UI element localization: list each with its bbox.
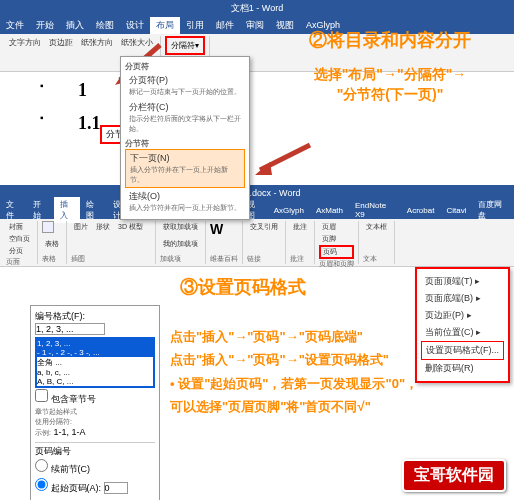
- tab-draw[interactable]: 绘图: [90, 17, 120, 34]
- tab2-baidu[interactable]: 百度网盘: [472, 197, 514, 223]
- tab-mail[interactable]: 邮件: [210, 17, 240, 34]
- lbl-chapstart: 章节起始样式: [35, 407, 155, 417]
- chevron-down-icon: ▾: [195, 41, 199, 50]
- tab2-citavi[interactable]: Citavi: [440, 204, 472, 217]
- btn-footer[interactable]: 页脚: [319, 233, 354, 245]
- tab2-axglyph[interactable]: AxGlyph: [268, 204, 310, 217]
- tab-file[interactable]: 文件: [0, 17, 30, 34]
- lbl-sep: 使用分隔符:: [35, 417, 155, 427]
- tab2-home[interactable]: 开始: [27, 197, 54, 223]
- pm-margin[interactable]: 页边距(P) ▸: [421, 307, 504, 324]
- btn-margins[interactable]: 页边距: [46, 36, 76, 49]
- lbl-numfmt: 编号格式(F):: [35, 311, 85, 321]
- tab-home[interactable]: 开始: [30, 17, 60, 34]
- chk-chapter[interactable]: 包含章节号: [35, 388, 155, 407]
- svg-marker-1: [255, 162, 272, 175]
- section-header: 分节符: [125, 138, 245, 149]
- tabs-bottom: 文件 开始 插入 绘图 设计 布局 引用 邮件 审阅 视图 AxGlyph Ax…: [0, 201, 514, 219]
- inp-numfmt[interactable]: [35, 323, 105, 335]
- watermark: 宝哥软件园: [402, 459, 506, 492]
- tab2-insert[interactable]: 插入: [54, 197, 81, 223]
- tab2-endnote[interactable]: EndNote X9: [349, 199, 401, 221]
- radio-continue[interactable]: 续前节(C): [35, 458, 155, 477]
- tab2-draw[interactable]: 绘图: [80, 197, 107, 223]
- pagenum-menu: 页面顶端(T) ▸ 页面底端(B) ▸ 页边距(P) ▸ 当前位置(C) ▸ 设…: [415, 267, 510, 383]
- tab-design[interactable]: 设计: [120, 17, 150, 34]
- item-page-break[interactable]: 分页符(P)标记一页结束与下一页开始的位置。: [125, 72, 245, 99]
- item-next-page[interactable]: 下一页(N)插入分节符并在下一页上开始新节。: [125, 149, 245, 188]
- btn-text-dir[interactable]: 文字方向: [6, 36, 44, 49]
- btn-comment[interactable]: 批注: [290, 221, 310, 233]
- arrow-2: [250, 140, 320, 180]
- btn-textbox[interactable]: 文本框: [363, 221, 390, 233]
- ribbon-bottom: 封面空白页分页页面 表格表格 图片形状3D 模型插图 获取加载项我的加载项加载项…: [0, 219, 514, 267]
- table-icon[interactable]: [42, 221, 54, 233]
- pm-bottom[interactable]: 页面底端(B) ▸: [421, 290, 504, 307]
- tab-ref[interactable]: 引用: [180, 17, 210, 34]
- btn-pagebreak[interactable]: 分页: [6, 245, 33, 257]
- item-column-break[interactable]: 分栏符(C)指示分栏符后面的文字将从下一栏开始。: [125, 99, 245, 136]
- btn-myaddins[interactable]: 我的加载项: [160, 238, 201, 250]
- tab-layout[interactable]: 布局: [150, 17, 180, 34]
- btn-pic[interactable]: 图片: [71, 221, 91, 233]
- btn-blank[interactable]: 空白页: [6, 233, 33, 245]
- btn-smartart[interactable]: 3D 模型: [115, 221, 146, 233]
- pm-current[interactable]: 当前位置(C) ▸: [421, 324, 504, 341]
- titlebar-top: 文档1 - Word: [0, 0, 514, 16]
- tab-insert[interactable]: 插入: [60, 17, 90, 34]
- annotation-2: ②将目录和内容分开 选择"布局"→"分隔符"→ "分节符(下一页)": [270, 28, 510, 104]
- pm-remove[interactable]: 删除页码(R): [421, 360, 504, 377]
- fmt-dropdown-open[interactable]: 1, 2, 3, ... - 1 -, - 2 -, - 3 -, ... 全角…: [35, 337, 155, 388]
- pm-top[interactable]: 页面顶端(T) ▸: [421, 273, 504, 290]
- inp-startat[interactable]: [104, 482, 128, 494]
- tab2-file[interactable]: 文件: [0, 197, 27, 223]
- breaks-dropdown: 分页符 分页符(P)标记一页结束与下一页开始的位置。 分栏符(C)指示分栏符后面…: [120, 56, 250, 220]
- wiki-icon[interactable]: W: [210, 221, 238, 237]
- dropdown-header: 分页符: [125, 61, 245, 72]
- tab2-acrobat[interactable]: Acrobat: [401, 204, 441, 217]
- btn-pagenum[interactable]: 页码: [319, 245, 354, 259]
- btn-table[interactable]: 表格: [42, 238, 62, 250]
- btn-addins[interactable]: 获取加载项: [160, 221, 201, 233]
- btn-breaks[interactable]: 分隔符▾: [165, 36, 205, 55]
- num-header: 页码编号: [35, 442, 155, 458]
- tab2-axmath[interactable]: AxMath: [310, 204, 349, 217]
- tab-review[interactable]: 审阅: [240, 17, 270, 34]
- btn-shapes[interactable]: 形状: [93, 221, 113, 233]
- btn-cover[interactable]: 封面: [6, 221, 33, 233]
- item-continuous[interactable]: 连续(O)插入分节符并在同一页上开始新节。: [125, 188, 245, 215]
- radio-startat[interactable]: 起始页码(A):: [35, 477, 155, 496]
- btn-xref[interactable]: 交叉引用: [247, 221, 281, 233]
- btn-header[interactable]: 页眉: [319, 221, 354, 233]
- pagenum-format-dialog: 编号格式(F): 1, 2, 3, ... - 1 -, - 2 -, - 3 …: [30, 305, 160, 500]
- annotation-3-title: ③设置页码格式: [180, 275, 306, 300]
- pm-format[interactable]: 设置页码格式(F)...: [421, 341, 504, 360]
